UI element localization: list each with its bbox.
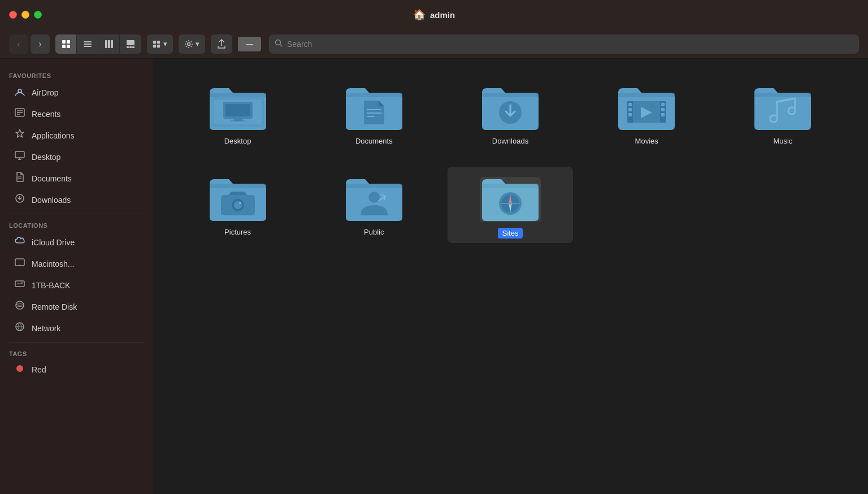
view-gallery-button[interactable] [120, 34, 141, 54]
svg-rect-4 [84, 41, 92, 42]
window-controls [9, 11, 42, 19]
svg-rect-25 [15, 151, 24, 158]
sidebar-item-downloads-label: Downloads [32, 196, 71, 205]
search-icon [275, 39, 283, 49]
action-button[interactable]: ▾ [179, 34, 205, 54]
sidebar-item-applications[interactable]: Applications [5, 125, 148, 146]
svg-point-66 [368, 192, 380, 203]
svg-rect-9 [111, 40, 113, 48]
forward-button[interactable]: › [31, 34, 50, 54]
movies-folder-icon [616, 80, 677, 131]
sidebar-item-tag-red[interactable]: Red [5, 360, 148, 379]
music-folder-icon [752, 80, 813, 131]
minimize-button[interactable] [21, 11, 29, 19]
gear-icon [184, 40, 193, 49]
airdrop-icon [14, 85, 26, 99]
sidebar-item-airdrop-label: AirDrop [32, 88, 58, 97]
svg-point-18 [188, 42, 190, 45]
file-item-music[interactable]: Music [721, 76, 845, 150]
sidebar-item-desktop-label: Desktop [32, 153, 60, 162]
view-icon-button[interactable] [55, 34, 77, 54]
close-button[interactable] [9, 11, 17, 19]
view-list-button[interactable] [77, 34, 98, 54]
sidebar-item-icloud[interactable]: iCloud Drive [5, 232, 148, 253]
sidebar-item-icloud-label: iCloud Drive [32, 238, 75, 247]
file-item-desktop[interactable]: Desktop [175, 76, 300, 150]
svg-rect-10 [127, 40, 134, 45]
maximize-button[interactable] [34, 11, 42, 19]
music-folder-label: Music [773, 137, 792, 145]
file-item-movies[interactable]: Movies [584, 76, 709, 150]
file-item-downloads[interactable]: Downloads [448, 76, 572, 150]
documents-icon [14, 171, 26, 185]
sidebar-item-remotedisk[interactable]: Remote Disk [5, 296, 148, 317]
svg-point-65 [239, 202, 241, 204]
sidebar-item-documents[interactable]: Documents [5, 168, 148, 189]
sidebar-item-backup[interactable]: 1TB-BACK [5, 275, 148, 296]
main-content: Favourites AirDrop Recents [0, 59, 868, 494]
sidebar-item-documents-label: Documents [32, 174, 72, 183]
view-dropdown: ▾ [147, 34, 173, 54]
file-item-sites[interactable]: Sites [448, 167, 572, 243]
svg-rect-7 [105, 40, 107, 48]
sidebar-divider-1 [9, 214, 144, 214]
window-title-text: admin [430, 10, 455, 20]
view-mode-buttons [55, 34, 141, 54]
view-columns-button[interactable] [98, 34, 120, 54]
sidebar-item-tag-red-label: Red [32, 365, 46, 374]
action-arrow-label: ▾ [196, 40, 199, 48]
share-button[interactable] [211, 34, 232, 54]
share-icon [217, 39, 226, 49]
list-icon [83, 40, 92, 49]
applications-icon [14, 128, 26, 142]
back-icon: ‹ [17, 39, 20, 49]
sidebar-item-airdrop[interactable]: AirDrop [5, 82, 148, 103]
nav-buttons: ‹ › [9, 34, 50, 54]
documents-folder-icon [344, 80, 405, 131]
sidebar-item-downloads[interactable]: Downloads [5, 189, 148, 210]
gallery-icon [126, 40, 135, 49]
sidebar: Favourites AirDrop Recents [0, 59, 153, 494]
toolbar: ‹ › [0, 29, 868, 59]
documents-folder-label: Documents [355, 137, 393, 145]
svg-rect-56 [628, 113, 632, 116]
file-item-public[interactable]: Public [311, 167, 436, 243]
svg-rect-44 [225, 104, 250, 116]
sidebar-item-desktop[interactable]: Desktop [5, 146, 148, 167]
desktop-folder-label: Desktop [224, 137, 251, 145]
downloads-folder-icon [480, 80, 541, 131]
svg-rect-12 [129, 46, 132, 48]
svg-rect-57 [661, 103, 665, 106]
grid-icon [62, 40, 71, 49]
file-item-documents[interactable]: Documents [311, 76, 436, 150]
icloud-icon [14, 235, 26, 249]
label-button-text: — [246, 40, 253, 48]
svg-rect-8 [108, 40, 110, 48]
locations-section-title: Locations [0, 218, 153, 231]
search-input[interactable] [287, 40, 853, 49]
svg-rect-1 [67, 40, 70, 44]
back-button[interactable]: ‹ [9, 34, 28, 54]
sidebar-item-macintosh[interactable]: Macintosh... [5, 253, 148, 274]
svg-rect-2 [62, 45, 66, 48]
sidebar-item-macintosh-label: Macintosh... [32, 259, 74, 268]
file-item-pictures[interactable]: Pictures [175, 167, 300, 243]
svg-rect-59 [661, 113, 665, 116]
backup-drive-icon [14, 278, 26, 292]
view-dropdown-main-btn[interactable]: ▾ [147, 34, 173, 54]
search-bar [269, 34, 859, 54]
svg-rect-14 [153, 40, 156, 43]
sidebar-item-recents[interactable]: Recents [5, 103, 148, 124]
svg-point-32 [19, 265, 20, 266]
svg-rect-11 [127, 46, 129, 48]
file-grid: Desktop Documents [175, 76, 845, 243]
label-button[interactable]: — [238, 37, 261, 51]
forward-icon: › [38, 39, 41, 49]
pictures-folder-label: Pictures [224, 228, 251, 236]
desktop-icon [14, 150, 26, 164]
pictures-folder-icon [207, 171, 268, 222]
sites-folder-label: Sites [498, 228, 523, 239]
dropdown-arrow-label: ▾ [163, 40, 167, 48]
sidebar-item-network[interactable]: Network [5, 318, 148, 339]
sidebar-item-backup-label: 1TB-BACK [32, 281, 70, 290]
